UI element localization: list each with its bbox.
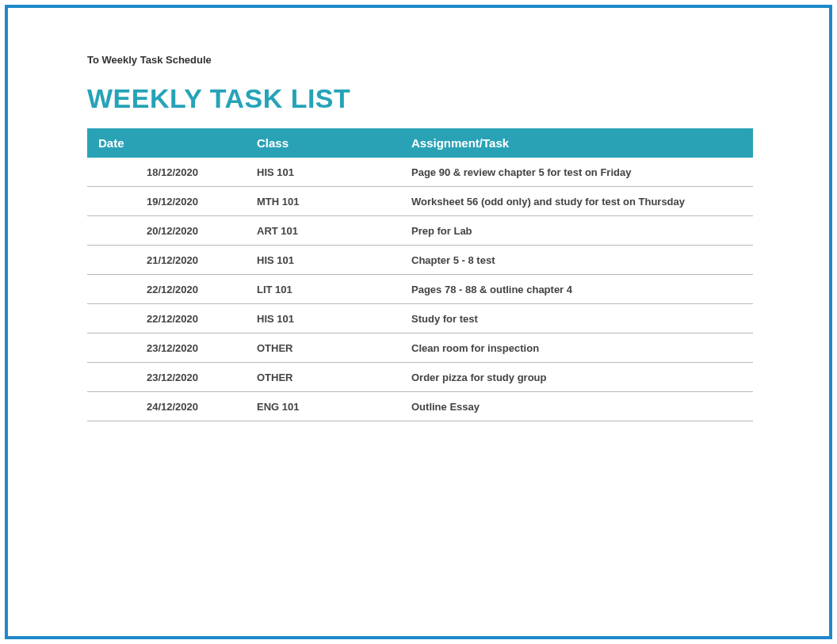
task-table: Date Class Assignment/Task 18/12/2020HIS… [87,128,753,421]
page-title: WEEKLY TASK LIST [87,83,774,114]
cell-task: Page 90 & review chapter 5 for test on F… [400,158,753,187]
cell-date: 22/12/2020 [87,275,246,304]
table-row: 23/12/2020OTHEROrder pizza for study gro… [87,363,753,392]
cell-class: ART 101 [246,216,400,246]
table-row: 24/12/2020ENG 101Outline Essay [87,392,753,421]
table-row: 18/12/2020HIS 101Page 90 & review chapte… [87,158,753,187]
cell-class: HIS 101 [246,158,400,187]
cell-task: Worksheet 56 (odd only) and study for te… [400,187,753,216]
cell-class: OTHER [246,333,400,363]
cell-date: 23/12/2020 [87,363,246,392]
col-header-class: Class [246,128,400,158]
cell-date: 24/12/2020 [87,392,246,421]
col-header-date: Date [87,128,246,158]
col-header-task: Assignment/Task [400,128,753,158]
table-row: 22/12/2020HIS 101Study for test [87,304,753,333]
cell-task: Study for test [400,304,753,333]
cell-class: LIT 101 [246,275,400,304]
cell-date: 19/12/2020 [87,187,246,216]
cell-task: Chapter 5 - 8 test [400,246,753,275]
cell-class: ENG 101 [246,392,400,421]
cell-class: HIS 101 [246,246,400,275]
cell-date: 20/12/2020 [87,216,246,246]
cell-date: 21/12/2020 [87,246,246,275]
cell-date: 23/12/2020 [87,333,246,363]
table-row: 22/12/2020LIT 101Pages 78 - 88 & outline… [87,275,753,304]
cell-class: HIS 101 [246,304,400,333]
table-row: 20/12/2020ART 101Prep for Lab [87,216,753,246]
cell-task: Pages 78 - 88 & outline chapter 4 [400,275,753,304]
cell-task: Prep for Lab [400,216,753,246]
cell-date: 18/12/2020 [87,158,246,187]
cell-date: 22/12/2020 [87,304,246,333]
table-row: 19/12/2020MTH 101Worksheet 56 (odd only)… [87,187,753,216]
cell-class: MTH 101 [246,187,400,216]
table-row: 23/12/2020OTHERClean room for inspection [87,333,753,363]
table-row: 21/12/2020HIS 101Chapter 5 - 8 test [87,246,753,275]
cell-class: OTHER [246,363,400,392]
cell-task: Order pizza for study group [400,363,753,392]
breadcrumb: To Weekly Task Schedule [87,54,774,66]
cell-task: Clean room for inspection [400,333,753,363]
table-header-row: Date Class Assignment/Task [87,128,753,158]
document-frame: To Weekly Task Schedule WEEKLY TASK LIST… [5,5,832,639]
cell-task: Outline Essay [400,392,753,421]
